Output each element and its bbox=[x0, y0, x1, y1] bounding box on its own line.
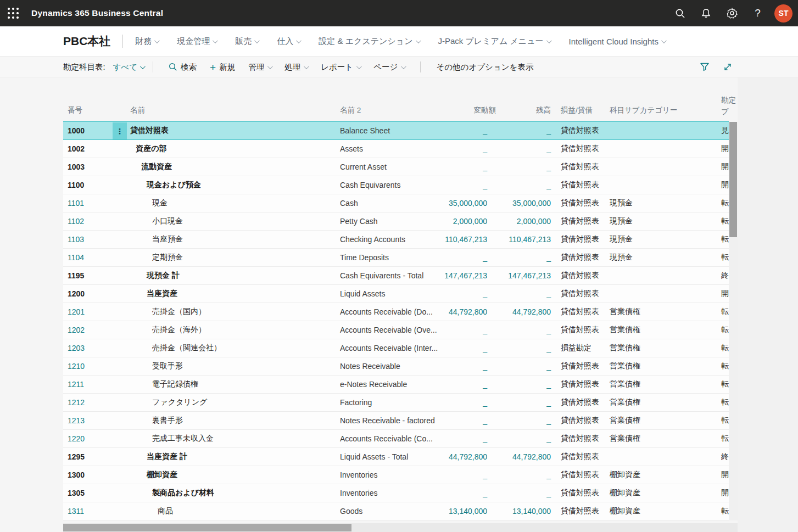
balance-value[interactable]: 44,792,800 bbox=[512, 303, 551, 321]
net-change-value[interactable]: _ bbox=[483, 321, 487, 339]
account-number[interactable]: 1102 bbox=[68, 212, 84, 230]
column-header-number[interactable]: 番号 bbox=[68, 105, 82, 115]
balance-value[interactable]: 13,140,000 bbox=[512, 502, 551, 520]
manage-menu[interactable]: 管理 bbox=[248, 62, 271, 72]
net-change-value[interactable]: _ bbox=[483, 339, 487, 357]
vertical-scrollbar[interactable] bbox=[729, 122, 738, 520]
account-number[interactable]: 1212 bbox=[68, 394, 85, 411]
table-row[interactable]: 1201売掛金（国内）Accounts Receivable (Do...44,… bbox=[63, 303, 729, 321]
net-change-value[interactable]: _ bbox=[483, 484, 487, 502]
balance-value[interactable]: _ bbox=[546, 158, 551, 176]
net-change-value[interactable]: 44,792,800 bbox=[449, 303, 487, 321]
table-row[interactable]: 1100現金および預金Cash Equivarents__貸借対照表開 bbox=[63, 176, 729, 194]
bell-icon[interactable] bbox=[697, 4, 715, 23]
new-button[interactable]: + 新規 bbox=[210, 62, 235, 72]
filter-funnel-icon[interactable] bbox=[699, 61, 710, 72]
table-row[interactable]: 1300棚卸資産Inventories__貸借対照表棚卸資産開 bbox=[63, 466, 729, 484]
column-header-net-change[interactable]: 変動額 bbox=[474, 105, 496, 115]
balance-value[interactable]: 35,000,000 bbox=[512, 194, 551, 212]
net-change-value[interactable]: _ bbox=[483, 140, 487, 158]
balance-value[interactable]: _ bbox=[546, 321, 551, 339]
table-row[interactable]: 1003流動資産Current Asset__貸借対照表開 bbox=[63, 158, 729, 176]
balance-value[interactable]: 2,000,000 bbox=[517, 212, 551, 230]
table-row[interactable]: 1002資産の部Assets__貸借対照表開 bbox=[63, 140, 729, 158]
table-row[interactable]: 1195現預金 計Cash Equivarents - Total147,467… bbox=[63, 267, 729, 285]
account-number[interactable]: 1202 bbox=[68, 321, 85, 339]
net-change-value[interactable]: _ bbox=[483, 122, 487, 139]
horizontal-scrollbar[interactable] bbox=[63, 523, 738, 532]
table-row[interactable]: 1210受取手形Notes Receivable__貸借対照表営業債権転 bbox=[63, 357, 729, 376]
process-menu[interactable]: 処理 bbox=[284, 62, 308, 72]
balance-value[interactable]: 147,467,213 bbox=[508, 267, 551, 284]
column-header-subcategory[interactable]: 科目サブカテゴリー bbox=[610, 105, 677, 115]
table-row[interactable]: 1311商品Goods13,140,00013,140,000貸借対照表棚卸資産… bbox=[63, 502, 729, 520]
search-icon[interactable] bbox=[671, 4, 689, 23]
balance-value[interactable]: _ bbox=[546, 484, 551, 502]
account-number[interactable]: 1201 bbox=[68, 303, 85, 321]
balance-value[interactable]: _ bbox=[546, 285, 551, 303]
table-row[interactable]: 1212ファクタリングFactoring__貸借対照表営業債権転 bbox=[63, 394, 729, 412]
net-change-value[interactable]: _ bbox=[483, 412, 487, 429]
table-row[interactable]: 1213裏書手形Notes Receivable - factored__貸借対… bbox=[63, 412, 729, 430]
account-number[interactable]: 1210 bbox=[68, 357, 85, 375]
account-number[interactable]: 1220 bbox=[68, 430, 85, 447]
vertical-scrollbar-thumb[interactable] bbox=[729, 122, 737, 237]
account-number[interactable]: 1203 bbox=[68, 339, 85, 357]
row-context-menu-icon[interactable]: ⋮ bbox=[113, 122, 127, 139]
net-change-value[interactable]: 44,792,800 bbox=[449, 448, 487, 466]
nav-item-0[interactable]: 財務 bbox=[135, 36, 158, 47]
balance-value[interactable]: _ bbox=[546, 339, 551, 357]
column-header-name2[interactable]: 名前 2 bbox=[340, 105, 361, 115]
table-row[interactable]: 1101現金Cash35,000,00035,000,000貸借対照表現預金転 bbox=[63, 194, 729, 212]
table-row[interactable]: 1000⋮貸借対照表Balance Sheet__貸借対照表見 bbox=[63, 121, 729, 140]
table-row[interactable]: 1202売掛金（海外）Accounts Receivable (Ove...__… bbox=[63, 321, 729, 339]
column-header-income-balance[interactable]: 損益/貸借 bbox=[561, 105, 593, 115]
table-row[interactable]: 1103当座預金Checking Accounts110,467,213110,… bbox=[63, 231, 729, 249]
balance-value[interactable]: _ bbox=[546, 249, 551, 266]
nav-item-3[interactable]: 仕入 bbox=[277, 36, 300, 47]
net-change-value[interactable]: _ bbox=[483, 430, 487, 447]
net-change-value[interactable]: 13,140,000 bbox=[449, 502, 487, 520]
net-change-value[interactable]: _ bbox=[483, 466, 487, 484]
balance-value[interactable]: _ bbox=[546, 412, 551, 429]
table-row[interactable]: 1200当座資産Liquid Assets__貸借対照表開 bbox=[63, 285, 729, 303]
account-number[interactable]: 1101 bbox=[68, 194, 84, 212]
nav-item-1[interactable]: 現金管理 bbox=[177, 36, 216, 47]
gear-icon[interactable] bbox=[723, 4, 741, 23]
view-filter-dropdown[interactable]: すべて bbox=[113, 62, 144, 72]
balance-value[interactable]: 44,792,800 bbox=[512, 448, 551, 466]
balance-value[interactable]: _ bbox=[546, 357, 551, 375]
net-change-value[interactable]: 147,467,213 bbox=[444, 267, 487, 284]
table-row[interactable]: 1211電子記録債権e-Notes Receivable__貸借対照表営業債権転 bbox=[63, 376, 729, 394]
balance-value[interactable]: _ bbox=[546, 394, 551, 411]
column-header-name[interactable]: 名前 bbox=[130, 105, 145, 115]
table-row[interactable]: 1102小口現金Petty Cash2,000,0002,000,000貸借対照… bbox=[63, 212, 729, 231]
net-change-value[interactable]: _ bbox=[483, 176, 487, 194]
account-number[interactable]: 1311 bbox=[68, 502, 84, 520]
net-change-value[interactable]: _ bbox=[483, 158, 487, 176]
balance-value[interactable]: 110,467,213 bbox=[509, 231, 551, 248]
table-row[interactable]: 1220完成工事未収入金Accounts Receivable (Co...__… bbox=[63, 430, 729, 448]
report-menu[interactable]: レポート bbox=[321, 62, 360, 72]
account-number[interactable]: 1213 bbox=[68, 412, 85, 429]
net-change-value[interactable]: _ bbox=[483, 249, 487, 266]
net-change-value[interactable]: _ bbox=[483, 376, 487, 393]
balance-value[interactable]: _ bbox=[546, 466, 551, 484]
table-row[interactable]: 1203売掛金（関連会社）Accounts Receivable (Inter.… bbox=[63, 339, 729, 357]
table-row[interactable]: 1104定期預金Time Deposits__貸借対照表現預金転 bbox=[63, 249, 729, 267]
balance-value[interactable]: _ bbox=[546, 122, 551, 139]
expand-fullscreen-icon[interactable] bbox=[722, 61, 733, 72]
nav-item-6[interactable]: Intelligent Cloud Insights bbox=[569, 37, 665, 46]
column-header-account-type[interactable]: 勘定プ bbox=[721, 94, 736, 117]
nav-item-5[interactable]: J-Pack プレミアム メニュー bbox=[438, 36, 550, 47]
balance-value[interactable]: _ bbox=[546, 176, 551, 194]
net-change-value[interactable]: _ bbox=[483, 394, 487, 411]
net-change-value[interactable]: 35,000,000 bbox=[449, 194, 487, 212]
horizontal-scrollbar-thumb[interactable] bbox=[63, 524, 351, 531]
nav-item-4[interactable]: 設定 & エクステンション bbox=[319, 36, 419, 47]
balance-value[interactable]: _ bbox=[546, 140, 551, 158]
help-icon[interactable]: ? bbox=[749, 4, 767, 23]
user-avatar[interactable]: ST bbox=[774, 4, 793, 23]
account-number[interactable]: 1104 bbox=[68, 249, 84, 266]
company-name[interactable]: PBC本社 bbox=[63, 33, 110, 49]
